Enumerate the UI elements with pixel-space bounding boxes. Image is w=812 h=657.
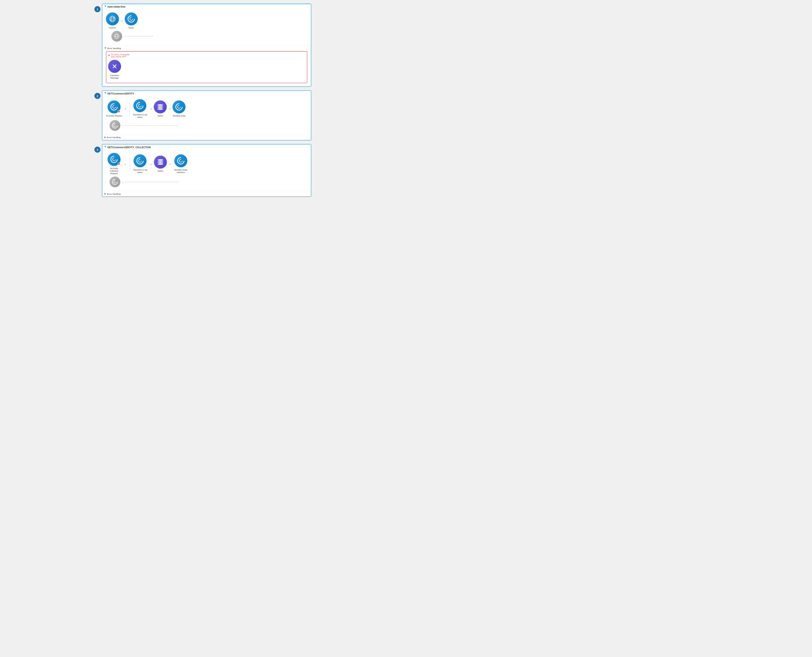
select-label-3: Select bbox=[158, 170, 163, 172]
select-node-3[interactable]: Select bbox=[154, 156, 167, 172]
transform-message-label: TransformMessage bbox=[110, 74, 119, 79]
select-icon-3 bbox=[154, 156, 167, 168]
flow-3-title: GET\Customers\ENTITY_COLLECTION bbox=[108, 146, 151, 149]
serialize-collection-icon bbox=[174, 154, 187, 167]
step-badge-3: 3 bbox=[95, 147, 101, 153]
flow-3-node-row: On Entity Collection Request → bbox=[106, 153, 308, 174]
error-node-row-1: TransformMessage bbox=[108, 60, 305, 79]
entity-coll-dot bbox=[118, 163, 120, 165]
db-disk-3a bbox=[158, 159, 164, 161]
return-c-node-2 bbox=[110, 120, 120, 131]
transform-sql-node-3[interactable]: Transform to sql select bbox=[132, 154, 148, 173]
svg-point-5 bbox=[128, 16, 134, 22]
transform-sql-label-3: Transform to sql select bbox=[132, 168, 148, 173]
return-globe-node bbox=[111, 31, 122, 42]
arrow-2c: → bbox=[168, 107, 172, 111]
listener-icon bbox=[106, 12, 119, 26]
svg-point-19 bbox=[112, 158, 116, 161]
svg-point-14 bbox=[176, 104, 182, 111]
entity-coll-svg bbox=[110, 156, 118, 163]
transform-sql-svg bbox=[136, 102, 144, 110]
arrow-3c: → bbox=[168, 162, 172, 166]
v-dashed-3a bbox=[130, 157, 130, 170]
on-entity-request-label: On Entity Request bbox=[106, 115, 122, 117]
entity-req-svg bbox=[110, 103, 118, 111]
flow-3-return-row: ← bbox=[110, 177, 308, 187]
svg-point-15 bbox=[178, 106, 180, 109]
flow-1-collapse-icon[interactable] bbox=[105, 6, 106, 8]
select-node-2[interactable]: Select bbox=[154, 101, 167, 117]
svg-point-11 bbox=[112, 106, 116, 109]
svg-point-23 bbox=[180, 159, 182, 162]
flow-1-error-header[interactable]: Error handling bbox=[105, 47, 309, 50]
route-icon bbox=[125, 12, 138, 26]
flow-canvas: 1 main-odata-flow bbox=[95, 4, 311, 201]
transform-sql-node[interactable]: Transform to sql select bbox=[132, 99, 148, 118]
propagate-type: type: MULE:ANY bbox=[111, 56, 130, 58]
serialize-collection-label: Serialize entity collection bbox=[173, 168, 189, 173]
step-badge-2: 2 bbox=[95, 93, 101, 99]
flow-1-body: Listener → Route bbox=[103, 10, 311, 45]
return-c-svg-2 bbox=[112, 122, 119, 129]
return-c-icon-3 bbox=[110, 177, 120, 187]
propagate-info: On_Error_Propagate type: MULE:ANY bbox=[111, 53, 130, 58]
v-dashed-2a bbox=[130, 103, 130, 115]
flow-2-collapse-icon[interactable] bbox=[105, 92, 106, 95]
return-dashed-line-1 bbox=[128, 36, 153, 36]
dashed-sep-2a bbox=[128, 103, 132, 115]
flow-2-body: On Entity Request → bbox=[103, 96, 311, 134]
flow-3-collapse-icon[interactable] bbox=[105, 146, 106, 149]
flow-2-node-row: On Entity Request → bbox=[106, 99, 308, 118]
flow-2-wrapper: 2 GET\Customers\ENTITY bbox=[98, 90, 311, 142]
error-propagate-block-1: On_Error_Propagate type: MULE:ANY Transf… bbox=[106, 51, 308, 83]
serialize-entity-node[interactable]: Serialize entity bbox=[172, 101, 186, 117]
flow-3-error-header[interactable]: Error handling bbox=[105, 193, 309, 195]
transform-sql-icon bbox=[134, 99, 147, 112]
flow-1-wrapper: 1 main-odata-flow bbox=[98, 4, 311, 88]
flow-3-wrapper: 3 GET\Customers\ENTITY_COLLECTION bbox=[98, 144, 311, 198]
flow-3-body: On Entity Collection Request → bbox=[103, 150, 311, 191]
on-entity-collection-icon bbox=[108, 153, 120, 166]
serialize-entity-label: Serialize entity bbox=[172, 115, 186, 117]
flow-1-return-row: ← bbox=[111, 31, 308, 42]
error-expand-icon-3 bbox=[105, 193, 106, 195]
db-disk-3c bbox=[158, 163, 164, 165]
return-arrow-3: ← bbox=[122, 180, 125, 184]
flow-3-header: GET\Customers\ENTITY_COLLECTION bbox=[103, 145, 311, 150]
flow-3-block: GET\Customers\ENTITY_COLLECTION On En bbox=[102, 144, 311, 197]
svg-point-20 bbox=[137, 157, 143, 164]
arrow-1: → bbox=[120, 19, 124, 23]
flow-2-error-header[interactable]: Error handling bbox=[105, 136, 309, 139]
transform-message-node[interactable]: TransformMessage bbox=[108, 60, 121, 79]
serialize-collection-node[interactable]: Serialize entity collection bbox=[173, 154, 189, 173]
serialize-svg bbox=[175, 103, 183, 111]
arrow-3a: → bbox=[123, 162, 127, 166]
flow-2-title: GET\Customers\ENTITY bbox=[108, 92, 134, 95]
return-c-node-3 bbox=[110, 177, 120, 187]
flow-1-header: main-odata-flow bbox=[103, 4, 311, 10]
db-disk-2a bbox=[157, 104, 163, 106]
error-expand-icon-2 bbox=[105, 137, 106, 139]
propagate-collapse-icon bbox=[108, 55, 110, 56]
on-entity-request-node[interactable]: On Entity Request bbox=[106, 101, 122, 117]
return-dashed-line-2 bbox=[125, 126, 179, 126]
select-icon-2 bbox=[154, 101, 167, 114]
dashed-sep-3a bbox=[128, 157, 132, 170]
svg-point-6 bbox=[130, 18, 133, 20]
flow-1-error-section: Error handling On_Error_Propagate type: … bbox=[103, 45, 311, 87]
on-entity-collection-node[interactable]: On Entity Collection Request bbox=[106, 153, 122, 174]
flow-2-return-row: ← bbox=[110, 120, 308, 131]
route-node[interactable]: Route bbox=[125, 12, 138, 29]
svg-point-25 bbox=[114, 181, 116, 183]
db-disk-2c bbox=[157, 108, 163, 110]
arrow-2b: → bbox=[149, 107, 153, 111]
flow-1-title: main-odata-flow bbox=[108, 5, 126, 8]
serialize-entity-icon bbox=[172, 101, 186, 114]
svg-point-12 bbox=[137, 103, 143, 109]
flow-2-header: GET\Customers\ENTITY bbox=[103, 90, 311, 96]
flow-3-error-section: Error handling bbox=[103, 191, 311, 197]
return-dashed-line-3 bbox=[125, 182, 179, 182]
return-arrow-2: ← bbox=[122, 124, 125, 128]
on-entity-request-icon bbox=[108, 101, 120, 114]
listener-node[interactable]: Listener bbox=[106, 12, 119, 29]
